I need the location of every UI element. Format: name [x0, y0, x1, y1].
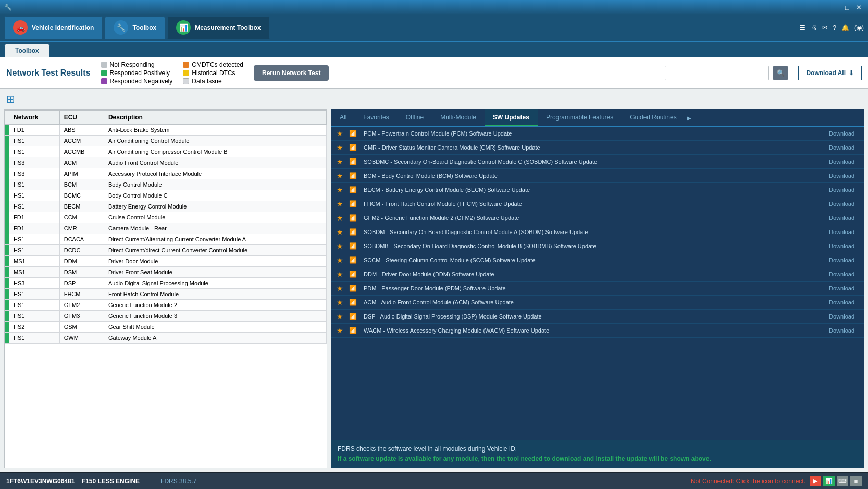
sw-tab-multi-module[interactable]: Multi-Module [432, 109, 485, 126]
sw-download-button[interactable]: Download [822, 186, 859, 194]
sw-download-button[interactable]: Download [822, 256, 859, 264]
favorite-star-icon[interactable]: ★ [337, 172, 345, 180]
favorite-star-icon[interactable]: ★ [337, 242, 345, 250]
favorite-star-icon[interactable]: ★ [337, 270, 345, 278]
sw-update-row[interactable]: ★ 📶 SOBDMB - Secondary On-Board Diagnost… [331, 239, 864, 253]
table-row[interactable]: HS1 ACCM Air Conditioning Control Module [5, 136, 327, 146]
rerun-network-test-button[interactable]: Rerun Network Test [254, 65, 329, 81]
sw-update-row[interactable]: ★ 📶 GFM2 - Generic Function Module 2 (GF… [331, 211, 864, 225]
sw-update-row[interactable]: ★ 📶 ACM - Audio Front Control Module (AC… [331, 296, 864, 310]
sw-download-button[interactable]: Download [822, 157, 859, 166]
sw-results-list[interactable]: ★ 📶 PCM - Powertrain Control Module (PCM… [331, 127, 864, 440]
sw-tab-favorites[interactable]: Favorites [355, 109, 397, 126]
status-keyboard-icon[interactable]: ⌨ [837, 476, 848, 486]
sw-update-row[interactable]: ★ 📶 DDM - Driver Door Module (DDM) Softw… [331, 267, 864, 282]
table-row[interactable]: FD1 CCM Cruise Control Module [5, 212, 327, 223]
sw-download-button[interactable]: Download [822, 143, 859, 152]
favorite-star-icon[interactable]: ★ [337, 157, 345, 166]
table-row[interactable]: HS3 APIM Accessory Protocol Interface Mo… [5, 168, 327, 179]
sw-tab-guided[interactable]: Guided Routines [622, 109, 685, 126]
sw-update-row[interactable]: ★ 📶 SOBDM - Secondary On-Board Diagnosti… [331, 225, 864, 239]
sw-update-row[interactable]: ★ 📶 PDM - Passenger Door Module (PDM) So… [331, 282, 864, 296]
table-row[interactable]: HS1 GFM3 Generic Function Module 3 [5, 311, 327, 322]
favorite-star-icon[interactable]: ★ [337, 228, 345, 236]
radio-icon[interactable]: (◉) [854, 24, 864, 31]
tab-vehicle-identification[interactable]: 🚗 Vehicle Identification [4, 16, 103, 39]
tab-toolbox[interactable]: 🔧 Toolbox [105, 16, 165, 39]
grid-view-icon[interactable]: ⊞ [6, 93, 15, 105]
sw-update-row[interactable]: ★ 📶 PCM - Powertrain Control Module (PCM… [331, 127, 864, 141]
table-row[interactable]: HS1 ACCMB Air Conditioning Compressor Co… [5, 146, 327, 157]
tab-measurement-toolbox[interactable]: 📊 Measurement Toolbox [167, 16, 269, 39]
sw-update-row[interactable]: ★ 📶 SOBDMC - Secondary On-Board Diagnost… [331, 155, 864, 169]
sw-download-button[interactable]: Download [822, 200, 859, 208]
download-all-button[interactable]: Download All ⬇ [798, 66, 862, 80]
sw-download-button[interactable]: Download [822, 214, 859, 222]
table-row[interactable]: HS1 BCMC Body Control Module C [5, 190, 327, 201]
table-row[interactable]: HS3 ACM Audio Front Control Module [5, 157, 327, 168]
sw-download-button[interactable]: Download [822, 312, 859, 321]
search-input[interactable] [665, 66, 769, 80]
notifications-icon[interactable]: 🔔 [841, 24, 849, 31]
status-red-icon[interactable]: ▶ [810, 476, 821, 486]
table-row[interactable]: HS1 GWM Gateway Module A [5, 333, 327, 344]
sw-update-row[interactable]: ★ 📶 BCM - Body Control Module (BCM) Soft… [331, 169, 864, 183]
table-row[interactable]: HS1 FHCM Front Hatch Control Module [5, 289, 327, 300]
favorite-star-icon[interactable]: ★ [337, 186, 345, 194]
sw-update-row[interactable]: ★ 📶 BECM - Battery Energy Control Module… [331, 183, 864, 197]
title-bar-controls[interactable]: — □ ✕ [830, 3, 864, 12]
sw-tab-sw-updates[interactable]: SW Updates [485, 109, 538, 126]
table-row[interactable]: MS1 DDM Driver Door Module [5, 256, 327, 267]
sw-download-button[interactable]: Download [822, 242, 859, 250]
table-row[interactable]: HS3 DSP Audio Digital Signal Processing … [5, 278, 327, 289]
favorite-star-icon[interactable]: ★ [337, 256, 345, 264]
sw-tabs: All Favorites Offline Multi-Module SW Up… [331, 109, 864, 127]
favorite-star-icon[interactable]: ★ [337, 298, 345, 307]
search-button[interactable]: 🔍 [773, 66, 788, 80]
table-row[interactable]: HS1 DCACA Direct Current/Alternating Cur… [5, 234, 327, 245]
sw-download-button[interactable]: Download [822, 326, 859, 335]
table-row[interactable]: HS2 GSM Gear Shift Module [5, 322, 327, 333]
table-row[interactable]: HS1 BCM Body Control Module [5, 179, 327, 190]
sw-tabs-scroll-right[interactable]: ▶ [685, 109, 693, 126]
favorite-star-icon[interactable]: ★ [337, 284, 345, 292]
status-green-icon[interactable]: 📊 [823, 476, 835, 486]
sw-download-button[interactable]: Download [822, 298, 859, 307]
status-bars-icon[interactable]: ≡ [850, 476, 862, 486]
favorite-star-icon[interactable]: ★ [337, 200, 345, 208]
table-row[interactable]: HS1 BECM Battery Energy Control Module [5, 201, 327, 212]
favorite-star-icon[interactable]: ★ [337, 129, 345, 138]
sw-download-button[interactable]: Download [822, 172, 859, 180]
inner-tab-toolbox[interactable]: Toolbox [4, 44, 50, 57]
table-row[interactable]: MS1 DSM Driver Front Seat Module [5, 267, 327, 278]
print-icon[interactable]: 🖨 [811, 24, 817, 31]
table-row[interactable]: FD1 ABS Anti-Lock Brake System [5, 125, 327, 136]
sw-update-row[interactable]: ★ 📶 SCCM - Steering Column Control Modul… [331, 253, 864, 267]
table-row[interactable]: HS1 GFM2 Generic Function Module 2 [5, 300, 327, 311]
email-icon[interactable]: ✉ [822, 24, 827, 31]
favorite-star-icon[interactable]: ★ [337, 326, 345, 335]
favorite-star-icon[interactable]: ★ [337, 214, 345, 222]
sw-download-button[interactable]: Download [822, 270, 859, 278]
minimize-button[interactable]: — [830, 3, 841, 12]
sw-tab-programmable[interactable]: Programmable Features [538, 109, 622, 126]
favorite-star-icon[interactable]: ★ [337, 143, 345, 152]
favorite-star-icon[interactable]: ★ [337, 312, 345, 321]
table-row[interactable]: FD1 CMR Camera Module - Rear [5, 223, 327, 234]
menu-icon[interactable]: ☰ [800, 24, 805, 31]
sw-update-row[interactable]: ★ 📶 CMR - Driver Status Monitor Camera M… [331, 141, 864, 155]
sw-update-row[interactable]: ★ 📶 FHCM - Front Hatch Control Module (F… [331, 197, 864, 211]
maximize-button[interactable]: □ [842, 3, 852, 12]
sw-download-button[interactable]: Download [822, 129, 859, 138]
sw-update-row[interactable]: ★ 📶 WACM - Wireless Accessory Charging M… [331, 324, 864, 338]
sw-tab-offline[interactable]: Offline [398, 109, 432, 126]
sw-download-button[interactable]: Download [822, 228, 859, 236]
sw-update-row[interactable]: ★ 📶 DSP - Audio Digital Signal Processin… [331, 310, 864, 324]
sw-download-button[interactable]: Download [822, 284, 859, 292]
close-button[interactable]: ✕ [853, 3, 864, 12]
sw-tab-all[interactable]: All [331, 109, 355, 126]
cell-network: FD1 [9, 223, 60, 234]
network-table-container[interactable]: Network ECU Description FD1 ABS Anti-Loc… [5, 110, 327, 468]
table-row[interactable]: HS1 DCDC Direct Current/direct Current C… [5, 245, 327, 256]
help-icon[interactable]: ? [833, 24, 836, 31]
